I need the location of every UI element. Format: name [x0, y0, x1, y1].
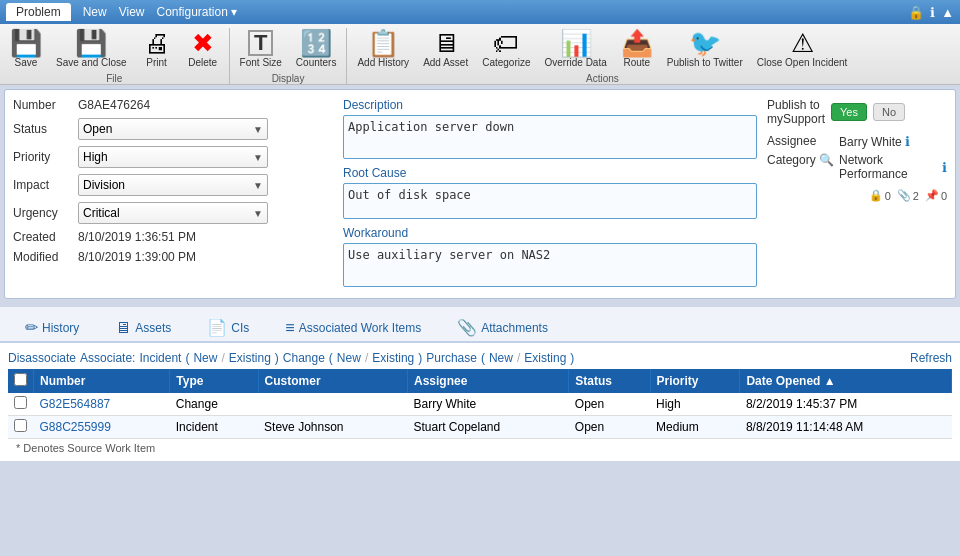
- purchase-existing-link[interactable]: Existing: [524, 351, 566, 365]
- modified-row: Modified 8/10/2019 1:39:00 PM: [13, 250, 333, 264]
- publish-twitter-button[interactable]: 🐦 Publish to Twitter: [661, 28, 749, 70]
- tab-associated-work-items[interactable]: ≡ Associated Work Items: [268, 313, 438, 341]
- change-existing-link[interactable]: Existing: [372, 351, 414, 365]
- tabs-bar: ✏ History 🖥 Assets 📄 CIs ≡ Associated Wo…: [0, 307, 960, 343]
- root-cause-field[interactable]: [343, 183, 757, 219]
- purchase-new-link[interactable]: New: [489, 351, 513, 365]
- created-label: Created: [13, 230, 78, 244]
- save-close-icon: 💾: [75, 30, 107, 56]
- main-area: Number G8AE476264 Status Open ▼ Priority…: [4, 89, 956, 299]
- save-button[interactable]: 💾 Save: [4, 28, 48, 70]
- created-row: Created 8/10/2019 1:36:51 PM: [13, 230, 333, 244]
- delete-button[interactable]: ✖ Delete: [181, 28, 225, 70]
- change-label: Change: [283, 351, 325, 365]
- form-center: Description Root Cause Workaround: [343, 98, 757, 290]
- category-info-icon[interactable]: ℹ: [942, 160, 947, 175]
- row-customer: Steve Johnson: [258, 416, 407, 439]
- categorize-button[interactable]: 🏷 Categorize: [476, 28, 536, 70]
- priority-select[interactable]: High ▼: [78, 146, 268, 168]
- add-asset-icon: 🖥: [433, 30, 459, 56]
- row-type: Incident: [170, 416, 258, 439]
- tab-assets[interactable]: 🖥 Assets: [98, 313, 188, 341]
- menu-tab-view[interactable]: View: [119, 5, 145, 19]
- counters-button[interactable]: 🔢 Counters: [290, 28, 343, 70]
- chevron-down-icon: ▼: [253, 180, 263, 191]
- row-assignee: Barry White: [407, 393, 568, 416]
- description-field[interactable]: [343, 115, 757, 159]
- menu-tab-configuration[interactable]: Configuration ▾: [157, 5, 238, 19]
- tab-cis[interactable]: 📄 CIs: [190, 313, 266, 341]
- tab-cis-label: CIs: [231, 321, 249, 335]
- col-checkbox: [8, 369, 34, 393]
- col-priority: Priority: [650, 369, 740, 393]
- tab-attachments[interactable]: 📎 Attachments: [440, 313, 565, 341]
- menu-bar: Problem New View Configuration ▾ 🔒 ℹ ▲: [0, 0, 960, 24]
- incident-new-link[interactable]: New: [193, 351, 217, 365]
- tab-assoc-label: Associated Work Items: [299, 321, 421, 335]
- file-group-label: File: [4, 70, 225, 84]
- print-button[interactable]: 🖨 Print: [135, 28, 179, 70]
- row-number-link[interactable]: G88C255999: [40, 420, 111, 434]
- select-all-checkbox[interactable]: [14, 373, 27, 386]
- urgency-label: Urgency: [13, 206, 78, 220]
- row-priority: High: [650, 393, 740, 416]
- attachment-badge-icon: 📎: [897, 189, 911, 202]
- save-close-button[interactable]: 💾 Save and Close: [50, 28, 133, 70]
- collapse-icon[interactable]: ▲: [941, 5, 954, 20]
- font-size-label: Font Size: [240, 57, 282, 68]
- print-label: Print: [146, 57, 167, 68]
- disassociate-link[interactable]: Disassociate: [8, 351, 76, 365]
- cis-tab-icon: 📄: [207, 318, 227, 337]
- row-type: Change: [170, 393, 258, 416]
- font-size-icon: T: [248, 30, 273, 56]
- add-history-label: Add History: [357, 57, 409, 68]
- toolbar-file-group: 💾 Save 💾 Save and Close 🖨 Print ✖ Delete…: [4, 28, 225, 84]
- paren-open-3: (: [481, 351, 485, 365]
- chevron-down-icon: ▼: [253, 152, 263, 163]
- publish-no-button[interactable]: No: [873, 103, 905, 121]
- row-checkbox[interactable]: [14, 396, 27, 409]
- row-number-link[interactable]: G82E564887: [40, 397, 111, 411]
- col-customer: Customer: [258, 369, 407, 393]
- menu-tab-problem[interactable]: Problem: [6, 3, 71, 21]
- route-icon: 📤: [621, 30, 653, 56]
- close-open-incident-button[interactable]: ⚠ Close Open Incident: [751, 28, 854, 70]
- urgency-row: Urgency Critical ▼: [13, 202, 333, 224]
- incident-existing-link[interactable]: Existing: [229, 351, 271, 365]
- col-type: Type: [170, 369, 258, 393]
- status-select[interactable]: Open ▼: [78, 118, 268, 140]
- impact-select[interactable]: Division ▼: [78, 174, 268, 196]
- pin-badge: 📌 0: [925, 189, 947, 202]
- add-asset-button[interactable]: 🖥 Add Asset: [417, 28, 474, 70]
- workaround-field[interactable]: [343, 243, 757, 287]
- attach-tab-icon: 📎: [457, 318, 477, 337]
- override-data-button[interactable]: 📊 Override Data: [539, 28, 613, 70]
- priority-label: Priority: [13, 150, 78, 164]
- row-checkbox[interactable]: [14, 419, 27, 432]
- category-search-icon[interactable]: 🔍: [819, 153, 834, 167]
- paren-open-1: (: [185, 351, 189, 365]
- purchase-label: Purchase: [426, 351, 477, 365]
- urgency-select[interactable]: Critical ▼: [78, 202, 268, 224]
- assignee-row: Assignee Barry White ℹ: [767, 134, 947, 149]
- assignee-info-icon[interactable]: ℹ: [905, 134, 910, 149]
- attachment-badge: 📎 2: [897, 189, 919, 202]
- assoc-toolbar: Disassociate Associate: Incident ( New /…: [8, 347, 952, 369]
- menu-tab-new[interactable]: New: [83, 5, 107, 19]
- route-button[interactable]: 📤 Route: [615, 28, 659, 70]
- col-date-opened[interactable]: Date Opened ▲: [740, 369, 952, 393]
- add-history-button[interactable]: 📋 Add History: [351, 28, 415, 70]
- row-checkbox-cell: [8, 416, 34, 439]
- publish-yes-button[interactable]: Yes: [831, 103, 867, 121]
- number-value: G8AE476264: [78, 98, 150, 112]
- row-date-opened: 8/2/2019 1:45:37 PM: [740, 393, 952, 416]
- work-items-table: Number Type Customer Assignee Status Pri…: [8, 369, 952, 439]
- tab-history[interactable]: ✏ History: [8, 313, 96, 341]
- change-new-link[interactable]: New: [337, 351, 361, 365]
- actions-group-label: Actions: [351, 70, 853, 84]
- delete-label: Delete: [188, 57, 217, 68]
- font-size-button[interactable]: T Font Size: [234, 28, 288, 70]
- refresh-link[interactable]: Refresh: [910, 351, 952, 365]
- categorize-icon: 🏷: [493, 30, 519, 56]
- row-status: Open: [569, 416, 650, 439]
